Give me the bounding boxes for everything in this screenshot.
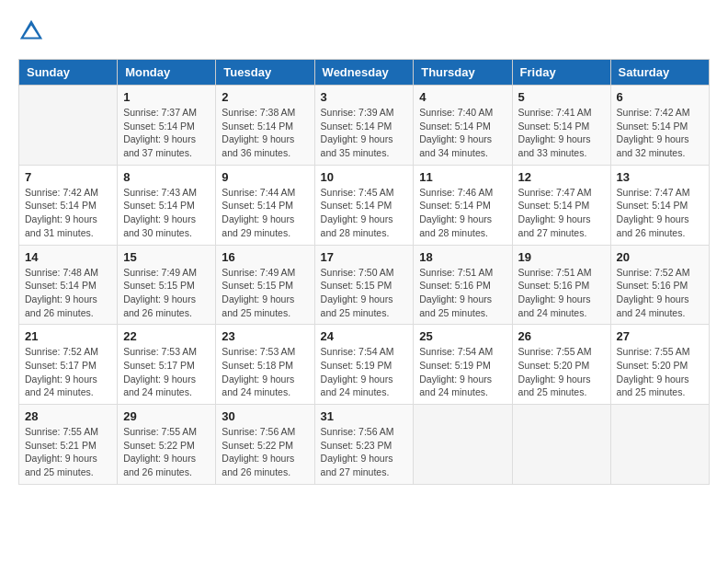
day-info: Sunrise: 7:55 AM Sunset: 5:21 PM Dayligh…	[25, 425, 111, 479]
day-number: 8	[123, 170, 210, 184]
calendar-cell: 16Sunrise: 7:49 AM Sunset: 5:15 PM Dayli…	[216, 245, 314, 325]
calendar-cell: 28Sunrise: 7:55 AM Sunset: 5:21 PM Dayli…	[19, 405, 118, 485]
week-row-5: 28Sunrise: 7:55 AM Sunset: 5:21 PM Dayli…	[19, 405, 710, 485]
calendar-cell: 14Sunrise: 7:48 AM Sunset: 5:14 PM Dayli…	[19, 245, 118, 325]
day-number: 13	[617, 170, 703, 184]
calendar-cell: 24Sunrise: 7:54 AM Sunset: 5:19 PM Dayli…	[314, 325, 414, 405]
calendar-cell: 12Sunrise: 7:47 AM Sunset: 5:14 PM Dayli…	[512, 165, 610, 245]
day-number: 25	[419, 329, 506, 343]
day-info: Sunrise: 7:52 AM Sunset: 5:17 PM Dayligh…	[25, 345, 111, 399]
day-number: 10	[321, 170, 408, 184]
calendar-cell: 30Sunrise: 7:56 AM Sunset: 5:22 PM Dayli…	[216, 405, 314, 485]
day-number: 19	[518, 250, 605, 264]
day-number: 24	[321, 329, 408, 343]
calendar-cell: 26Sunrise: 7:55 AM Sunset: 5:20 PM Dayli…	[512, 325, 610, 405]
day-info: Sunrise: 7:54 AM Sunset: 5:19 PM Dayligh…	[419, 345, 506, 399]
day-info: Sunrise: 7:37 AM Sunset: 5:14 PM Dayligh…	[123, 106, 210, 160]
day-number: 6	[617, 90, 703, 104]
calendar-cell: 10Sunrise: 7:45 AM Sunset: 5:14 PM Dayli…	[314, 165, 414, 245]
week-row-4: 21Sunrise: 7:52 AM Sunset: 5:17 PM Dayli…	[19, 325, 710, 405]
day-info: Sunrise: 7:44 AM Sunset: 5:14 PM Dayligh…	[222, 186, 308, 240]
day-info: Sunrise: 7:56 AM Sunset: 5:22 PM Dayligh…	[222, 425, 308, 479]
day-number: 4	[419, 90, 506, 104]
day-info: Sunrise: 7:51 AM Sunset: 5:16 PM Dayligh…	[518, 266, 605, 320]
day-number: 20	[617, 250, 703, 264]
day-number: 5	[518, 90, 605, 104]
day-number: 27	[617, 329, 703, 343]
day-number: 18	[419, 250, 506, 264]
calendar-cell: 1Sunrise: 7:37 AM Sunset: 5:14 PM Daylig…	[118, 86, 216, 166]
day-info: Sunrise: 7:52 AM Sunset: 5:16 PM Dayligh…	[617, 266, 703, 320]
day-number: 26	[518, 329, 605, 343]
day-number: 3	[321, 90, 408, 104]
calendar-cell: 29Sunrise: 7:55 AM Sunset: 5:22 PM Dayli…	[118, 405, 216, 485]
weekday-header-sunday: Sunday	[19, 60, 118, 86]
calendar-cell: 18Sunrise: 7:51 AM Sunset: 5:16 PM Dayli…	[414, 245, 512, 325]
day-info: Sunrise: 7:55 AM Sunset: 5:20 PM Dayligh…	[617, 345, 703, 399]
day-number: 12	[518, 170, 605, 184]
calendar-cell: 2Sunrise: 7:38 AM Sunset: 5:14 PM Daylig…	[216, 86, 314, 166]
calendar-cell	[19, 86, 118, 166]
calendar-cell	[610, 405, 709, 485]
weekday-header-tuesday: Tuesday	[216, 60, 314, 86]
day-number: 7	[25, 170, 111, 184]
calendar-cell: 23Sunrise: 7:53 AM Sunset: 5:18 PM Dayli…	[216, 325, 314, 405]
day-info: Sunrise: 7:54 AM Sunset: 5:19 PM Dayligh…	[321, 345, 408, 399]
day-info: Sunrise: 7:39 AM Sunset: 5:14 PM Dayligh…	[321, 106, 408, 160]
calendar-cell: 17Sunrise: 7:50 AM Sunset: 5:15 PM Dayli…	[314, 245, 414, 325]
day-number: 30	[222, 409, 308, 423]
day-number: 2	[222, 90, 308, 104]
day-info: Sunrise: 7:40 AM Sunset: 5:14 PM Dayligh…	[419, 106, 506, 160]
calendar-table: SundayMondayTuesdayWednesdayThursdayFrid…	[18, 59, 710, 485]
weekday-header-saturday: Saturday	[610, 60, 709, 86]
day-number: 14	[25, 250, 111, 264]
day-info: Sunrise: 7:49 AM Sunset: 5:15 PM Dayligh…	[222, 266, 308, 320]
calendar-cell: 4Sunrise: 7:40 AM Sunset: 5:14 PM Daylig…	[414, 86, 512, 166]
day-info: Sunrise: 7:50 AM Sunset: 5:15 PM Dayligh…	[321, 266, 408, 320]
day-number: 17	[321, 250, 408, 264]
day-info: Sunrise: 7:45 AM Sunset: 5:14 PM Dayligh…	[321, 186, 408, 240]
day-info: Sunrise: 7:46 AM Sunset: 5:14 PM Dayligh…	[419, 186, 506, 240]
calendar-cell: 7Sunrise: 7:42 AM Sunset: 5:14 PM Daylig…	[19, 165, 118, 245]
day-info: Sunrise: 7:53 AM Sunset: 5:17 PM Dayligh…	[123, 345, 210, 399]
calendar-cell: 21Sunrise: 7:52 AM Sunset: 5:17 PM Dayli…	[19, 325, 118, 405]
calendar-cell: 6Sunrise: 7:42 AM Sunset: 5:14 PM Daylig…	[610, 86, 709, 166]
calendar-cell: 5Sunrise: 7:41 AM Sunset: 5:14 PM Daylig…	[512, 86, 610, 166]
day-info: Sunrise: 7:43 AM Sunset: 5:14 PM Dayligh…	[123, 186, 210, 240]
logo	[18, 18, 48, 44]
calendar-cell: 22Sunrise: 7:53 AM Sunset: 5:17 PM Dayli…	[118, 325, 216, 405]
logo-icon	[18, 18, 44, 44]
weekday-header-wednesday: Wednesday	[314, 60, 414, 86]
day-number: 29	[123, 409, 210, 423]
day-number: 21	[25, 329, 111, 343]
calendar-cell: 15Sunrise: 7:49 AM Sunset: 5:15 PM Dayli…	[118, 245, 216, 325]
calendar-cell: 13Sunrise: 7:47 AM Sunset: 5:14 PM Dayli…	[610, 165, 709, 245]
day-info: Sunrise: 7:41 AM Sunset: 5:14 PM Dayligh…	[518, 106, 605, 160]
calendar-cell: 11Sunrise: 7:46 AM Sunset: 5:14 PM Dayli…	[414, 165, 512, 245]
day-info: Sunrise: 7:38 AM Sunset: 5:14 PM Dayligh…	[222, 106, 308, 160]
calendar-cell: 9Sunrise: 7:44 AM Sunset: 5:14 PM Daylig…	[216, 165, 314, 245]
day-info: Sunrise: 7:56 AM Sunset: 5:23 PM Dayligh…	[321, 425, 408, 479]
day-number: 31	[321, 409, 408, 423]
day-number: 23	[222, 329, 308, 343]
day-info: Sunrise: 7:55 AM Sunset: 5:22 PM Dayligh…	[123, 425, 210, 479]
calendar-cell: 8Sunrise: 7:43 AM Sunset: 5:14 PM Daylig…	[118, 165, 216, 245]
day-info: Sunrise: 7:42 AM Sunset: 5:14 PM Dayligh…	[25, 186, 111, 240]
calendar-cell: 27Sunrise: 7:55 AM Sunset: 5:20 PM Dayli…	[610, 325, 709, 405]
day-info: Sunrise: 7:42 AM Sunset: 5:14 PM Dayligh…	[617, 106, 703, 160]
day-number: 15	[123, 250, 210, 264]
day-number: 9	[222, 170, 308, 184]
calendar-cell	[414, 405, 512, 485]
day-info: Sunrise: 7:47 AM Sunset: 5:14 PM Dayligh…	[518, 186, 605, 240]
day-info: Sunrise: 7:55 AM Sunset: 5:20 PM Dayligh…	[518, 345, 605, 399]
day-number: 16	[222, 250, 308, 264]
day-info: Sunrise: 7:48 AM Sunset: 5:14 PM Dayligh…	[25, 266, 111, 320]
weekday-header-monday: Monday	[118, 60, 216, 86]
day-info: Sunrise: 7:51 AM Sunset: 5:16 PM Dayligh…	[419, 266, 506, 320]
day-number: 28	[25, 409, 111, 423]
weekday-header-row: SundayMondayTuesdayWednesdayThursdayFrid…	[19, 60, 710, 86]
week-row-1: 1Sunrise: 7:37 AM Sunset: 5:14 PM Daylig…	[19, 86, 710, 166]
calendar-cell: 31Sunrise: 7:56 AM Sunset: 5:23 PM Dayli…	[314, 405, 414, 485]
week-row-3: 14Sunrise: 7:48 AM Sunset: 5:14 PM Dayli…	[19, 245, 710, 325]
calendar-cell	[512, 405, 610, 485]
